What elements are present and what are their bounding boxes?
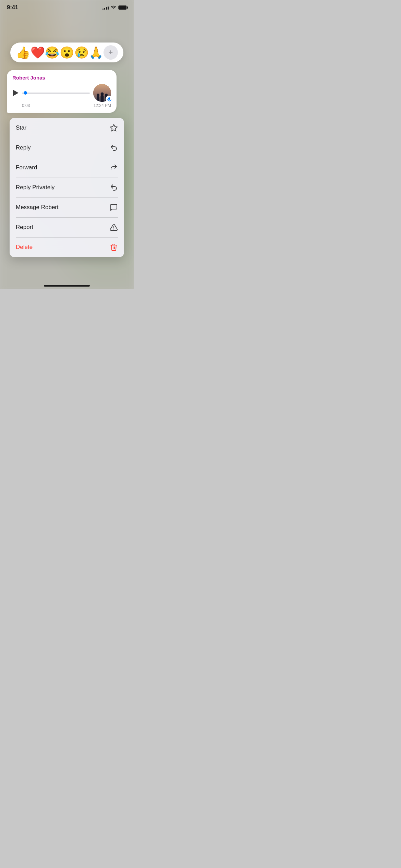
star-icon	[110, 124, 118, 132]
menu-item-star[interactable]: Star	[10, 118, 124, 138]
wifi-icon	[111, 5, 116, 10]
emoji-wow[interactable]: 😮	[60, 47, 74, 58]
svg-point-3	[101, 93, 104, 96]
emoji-more-button[interactable]: +	[104, 45, 118, 60]
menu-item-message-robert[interactable]: Message Robert	[10, 197, 124, 217]
svg-rect-2	[97, 96, 99, 102]
signal-icon	[102, 5, 109, 10]
message-bubble: Robert Jonas	[7, 70, 117, 113]
menu-item-report[interactable]: Report	[10, 217, 124, 237]
emoji-heart[interactable]: ❤️	[31, 47, 45, 58]
menu-item-delete[interactable]: Delete	[10, 237, 124, 257]
status-time: 9:41	[7, 4, 18, 11]
menu-label-report: Report	[16, 224, 33, 231]
svg-rect-4	[101, 95, 104, 102]
audio-metadata: 0:03 12:24 PM	[12, 103, 111, 108]
menu-label-message-robert: Message Robert	[16, 204, 59, 211]
menu-label-forward: Forward	[16, 164, 37, 171]
mic-badge	[106, 96, 112, 103]
menu-label-reply: Reply	[16, 144, 31, 151]
svg-point-11	[114, 229, 114, 229]
menu-label-star: Star	[16, 124, 26, 131]
emoji-pray[interactable]: 🙏	[89, 47, 103, 58]
emoji-reaction-bar[interactable]: 👍 ❤️ 😂 😮 😢 🙏 +	[10, 43, 123, 62]
reply-icon	[110, 144, 118, 152]
message-icon	[110, 203, 118, 212]
svg-marker-9	[110, 124, 117, 131]
menu-item-reply-privately[interactable]: Reply Privately	[10, 178, 124, 197]
audio-duration: 0:03	[22, 103, 30, 108]
message-timestamp: 12:24 PM	[94, 103, 111, 108]
emoji-laugh[interactable]: 😂	[45, 47, 59, 58]
forward-icon	[110, 164, 118, 172]
emoji-cry[interactable]: 😢	[74, 47, 89, 58]
home-indicator	[44, 285, 90, 287]
svg-point-1	[97, 94, 99, 96]
battery-icon	[118, 5, 127, 10]
audio-avatar	[93, 84, 111, 102]
menu-label-delete: Delete	[16, 244, 33, 251]
audio-progress-dot	[24, 91, 27, 95]
menu-label-reply-privately: Reply Privately	[16, 184, 54, 191]
emoji-thumbsup[interactable]: 👍	[16, 47, 30, 58]
audio-player	[12, 84, 111, 102]
menu-item-reply[interactable]: Reply	[10, 138, 124, 158]
reply-privately-icon	[110, 183, 118, 192]
trash-icon	[110, 243, 118, 251]
audio-progress-bar[interactable]	[22, 93, 90, 94]
menu-item-forward[interactable]: Forward	[10, 158, 124, 178]
battery-fill	[119, 6, 126, 9]
message-sender: Robert Jonas	[12, 75, 111, 81]
status-icons	[102, 5, 127, 10]
svg-rect-7	[108, 97, 110, 100]
context-menu: Star Reply Forward Reply Privately	[10, 118, 124, 257]
status-bar: 9:41	[0, 0, 134, 15]
main-content: 👍 ❤️ 😂 😮 😢 🙏 + Robert Jonas	[0, 15, 134, 289]
report-icon	[110, 223, 118, 231]
play-button[interactable]	[13, 90, 19, 96]
